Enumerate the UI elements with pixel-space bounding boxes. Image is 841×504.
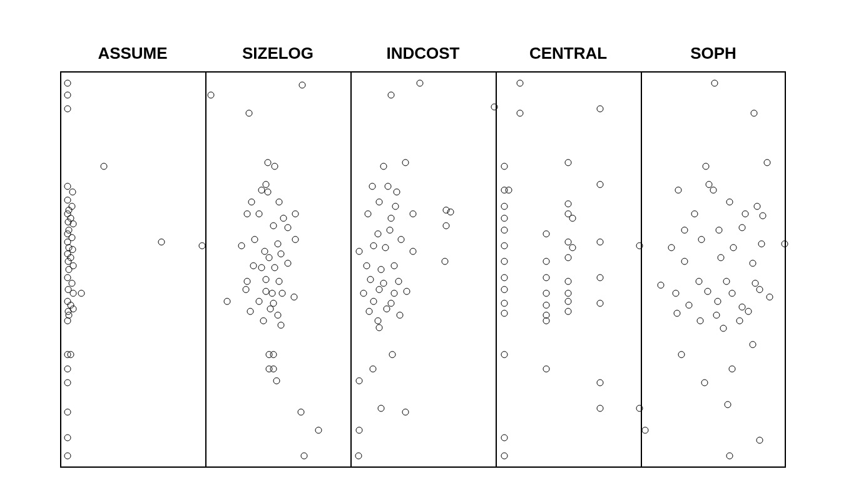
data-point xyxy=(726,452,733,459)
data-point xyxy=(268,290,275,297)
data-point xyxy=(377,405,384,411)
data-point xyxy=(501,203,507,209)
data-point xyxy=(69,189,76,196)
data-point xyxy=(543,258,550,265)
panel xyxy=(496,71,641,468)
data-point xyxy=(641,426,648,433)
data-point xyxy=(386,226,393,233)
data-point xyxy=(398,236,405,243)
data-point xyxy=(380,280,387,287)
data-point xyxy=(263,181,270,188)
data-point xyxy=(711,80,718,87)
data-point xyxy=(238,242,245,249)
data-point xyxy=(745,308,752,315)
data-point xyxy=(695,278,702,285)
data-point xyxy=(505,187,512,194)
data-point xyxy=(685,302,692,309)
data-point xyxy=(285,224,292,231)
data-point xyxy=(717,254,724,261)
data-point xyxy=(501,452,507,459)
data-point xyxy=(501,310,507,316)
data-point xyxy=(355,248,362,255)
data-point xyxy=(501,242,507,249)
data-point xyxy=(753,203,760,209)
data-point xyxy=(78,290,84,297)
data-point xyxy=(68,351,74,358)
data-point xyxy=(501,214,507,221)
data-point xyxy=(245,109,252,116)
data-point xyxy=(597,405,604,411)
data-point xyxy=(569,214,576,221)
data-point xyxy=(247,308,253,315)
data-point xyxy=(158,238,165,245)
data-point xyxy=(729,365,736,372)
data-point xyxy=(543,365,550,372)
data-point xyxy=(292,236,298,243)
data-point xyxy=(366,308,373,315)
data-point xyxy=(369,365,376,372)
data-point xyxy=(380,163,387,170)
data-point xyxy=(272,264,278,271)
data-point xyxy=(394,189,400,196)
data-point xyxy=(272,163,278,170)
data-point xyxy=(543,318,550,325)
data-point xyxy=(597,106,604,113)
data-point xyxy=(387,300,394,306)
data-point xyxy=(248,199,255,206)
data-point xyxy=(376,325,383,331)
data-point xyxy=(375,318,382,325)
data-point xyxy=(759,213,766,219)
data-point xyxy=(730,244,737,251)
data-point xyxy=(565,290,572,297)
data-point xyxy=(280,214,287,221)
data-point xyxy=(675,187,682,194)
data-point xyxy=(658,282,665,289)
data-point xyxy=(364,211,371,218)
data-point xyxy=(266,254,273,261)
data-point xyxy=(409,248,416,255)
data-point xyxy=(270,223,277,229)
data-point xyxy=(298,409,305,416)
data-point xyxy=(64,452,71,459)
data-point xyxy=(701,379,708,386)
data-point xyxy=(64,183,71,189)
data-point xyxy=(385,183,392,189)
data-point xyxy=(276,278,283,285)
data-point xyxy=(501,286,507,293)
data-point xyxy=(725,401,731,408)
data-point xyxy=(710,187,717,194)
data-point xyxy=(255,211,262,218)
data-point xyxy=(763,159,770,166)
data-point xyxy=(64,379,71,386)
data-point xyxy=(441,258,448,265)
data-point xyxy=(64,106,71,113)
data-point xyxy=(501,274,507,281)
data-point xyxy=(285,260,292,267)
data-point xyxy=(565,201,572,208)
data-point xyxy=(720,325,727,331)
data-point xyxy=(517,80,524,87)
data-point xyxy=(387,214,394,221)
data-point xyxy=(501,351,507,358)
data-point xyxy=(367,276,374,283)
data-point xyxy=(543,230,550,237)
data-point xyxy=(273,377,280,384)
data-point xyxy=(597,181,604,188)
data-point xyxy=(355,452,362,459)
data-point xyxy=(376,286,383,293)
data-point xyxy=(597,238,604,245)
panel-title: SIZELOG xyxy=(242,44,313,63)
data-point xyxy=(597,274,604,281)
data-point xyxy=(736,318,743,325)
data-point xyxy=(260,318,267,325)
data-point xyxy=(275,240,282,247)
panel xyxy=(205,71,350,468)
data-point xyxy=(703,163,710,170)
data-point xyxy=(370,242,377,249)
data-point xyxy=(597,379,604,386)
data-point xyxy=(264,189,271,196)
panel xyxy=(60,71,205,468)
data-point xyxy=(242,286,249,293)
data-point xyxy=(244,278,251,285)
data-point xyxy=(208,92,215,99)
